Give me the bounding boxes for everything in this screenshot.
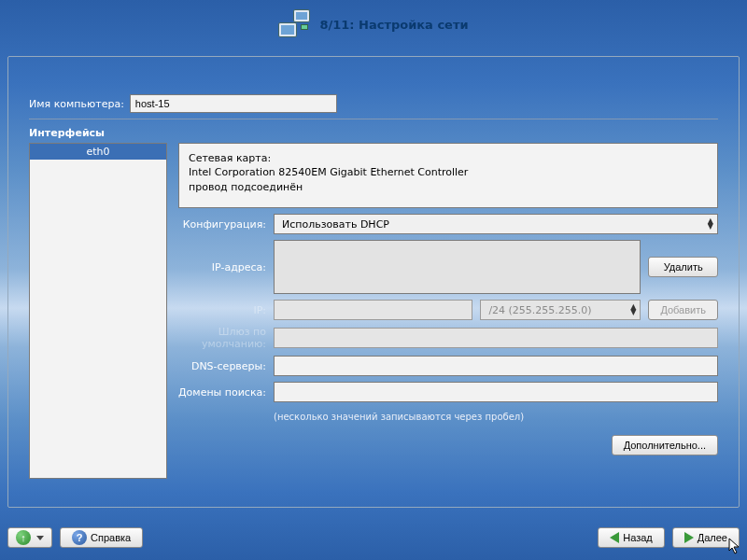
dns-input[interactable]: [274, 356, 718, 376]
separator: [29, 119, 718, 119]
nic-cable-status: провод подсоединён: [189, 180, 708, 194]
gateway-input: [274, 328, 718, 348]
ip-input: [274, 300, 472, 320]
wizard-header: 8/11: Настройка сети: [0, 0, 747, 49]
gateway-label: Шлюз по умолчанию:: [178, 326, 266, 350]
config-select[interactable]: Использовать DHCP ▲▼: [274, 214, 718, 234]
wizard-footer: ↑ ? Справка Назад Далее: [7, 523, 740, 553]
updown-icon: ▲▼: [630, 304, 636, 315]
config-label: Конфигурация:: [178, 218, 266, 231]
help-button[interactable]: ? Справка: [60, 527, 143, 548]
advanced-button[interactable]: Дополнительно...: [612, 435, 718, 455]
hostname-label: Имя компьютера:: [29, 98, 124, 110]
nic-info: Сетевая карта: Intel Corporation 82540EM…: [178, 143, 718, 208]
updown-icon: ▲▼: [708, 218, 713, 230]
nic-card-model: Intel Corporation 82540EM Gigabit Ethern…: [189, 165, 708, 179]
interface-list[interactable]: eth0: [29, 143, 167, 479]
main-panel: Имя компьютера: Интерфейсы eth0 Сетевая …: [7, 56, 740, 508]
hostname-row: Имя компьютера:: [29, 94, 718, 113]
netmask-select: /24 (255.255.255.0) ▲▼: [480, 300, 641, 320]
back-button[interactable]: Назад: [598, 527, 665, 548]
interface-item-eth0[interactable]: eth0: [30, 144, 166, 160]
netmask-placeholder: /24 (255.255.255.0): [488, 304, 591, 316]
next-button[interactable]: Далее: [672, 527, 740, 548]
dns-label: DNS-серверы:: [178, 360, 266, 372]
multi-value-note: (несколько значений записываются через п…: [274, 412, 718, 422]
arrow-left-icon: [610, 532, 619, 543]
network-icon: [278, 9, 312, 39]
search-domains-input[interactable]: [274, 382, 718, 402]
config-selected: Использовать DHCP: [282, 218, 389, 231]
ip-addresses-label: IP-адреса:: [178, 261, 266, 273]
delete-ip-button[interactable]: Удалить: [648, 257, 718, 277]
nic-card-label: Сетевая карта:: [189, 151, 708, 165]
search-domains-label: Домены поиска:: [178, 386, 266, 399]
help-icon: ?: [72, 530, 87, 545]
menu-button[interactable]: ↑: [7, 527, 52, 548]
add-ip-button: Добавить: [648, 300, 718, 320]
interfaces-title: Интерфейсы: [29, 127, 718, 139]
arrow-right-icon: [684, 532, 694, 543]
arrow-up-icon: ↑: [16, 530, 31, 545]
hostname-input[interactable]: [130, 94, 337, 113]
wizard-title: 8/11: Настройка сети: [319, 18, 468, 32]
chevron-down-icon: [36, 536, 44, 540]
ip-address-list[interactable]: [274, 240, 641, 294]
ip-label: IP:: [178, 304, 266, 316]
